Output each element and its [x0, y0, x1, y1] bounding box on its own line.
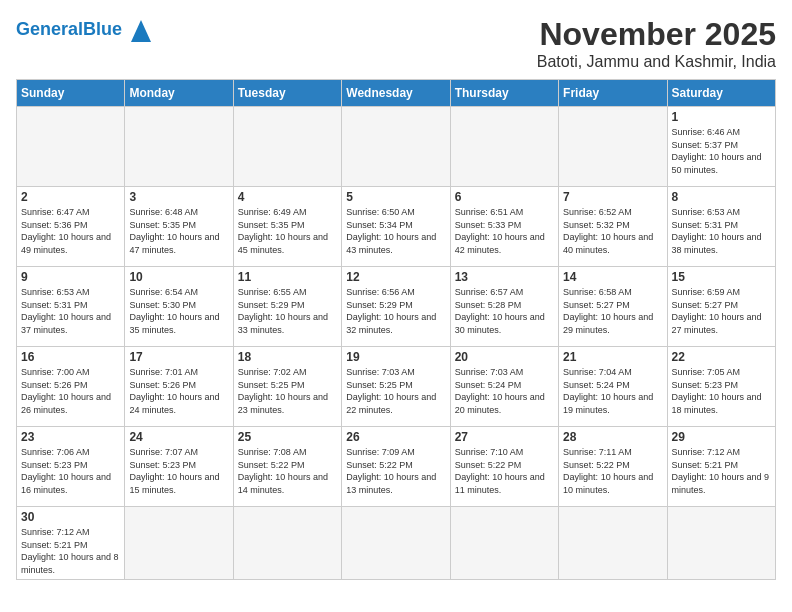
day-info: Sunrise: 7:06 AM Sunset: 5:23 PM Dayligh… [21, 446, 120, 496]
day-number: 9 [21, 270, 120, 284]
calendar-day-cell: 18Sunrise: 7:02 AM Sunset: 5:25 PM Dayli… [233, 347, 341, 427]
day-number: 19 [346, 350, 445, 364]
day-info: Sunrise: 6:46 AM Sunset: 5:37 PM Dayligh… [672, 126, 771, 176]
day-info: Sunrise: 7:01 AM Sunset: 5:26 PM Dayligh… [129, 366, 228, 416]
logo-text: GeneralBlue [16, 20, 122, 38]
day-info: Sunrise: 6:53 AM Sunset: 5:31 PM Dayligh… [672, 206, 771, 256]
calendar-table: SundayMondayTuesdayWednesdayThursdayFrid… [16, 79, 776, 580]
day-number: 16 [21, 350, 120, 364]
calendar-week-row: 30Sunrise: 7:12 AM Sunset: 5:21 PM Dayli… [17, 507, 776, 580]
day-info: Sunrise: 7:03 AM Sunset: 5:24 PM Dayligh… [455, 366, 554, 416]
day-number: 30 [21, 510, 120, 524]
day-info: Sunrise: 7:00 AM Sunset: 5:26 PM Dayligh… [21, 366, 120, 416]
calendar-day-cell: 22Sunrise: 7:05 AM Sunset: 5:23 PM Dayli… [667, 347, 775, 427]
calendar-week-row: 2Sunrise: 6:47 AM Sunset: 5:36 PM Daylig… [17, 187, 776, 267]
day-number: 4 [238, 190, 337, 204]
calendar-day-cell: 5Sunrise: 6:50 AM Sunset: 5:34 PM Daylig… [342, 187, 450, 267]
day-number: 27 [455, 430, 554, 444]
day-info: Sunrise: 7:11 AM Sunset: 5:22 PM Dayligh… [563, 446, 662, 496]
day-number: 7 [563, 190, 662, 204]
weekday-header-wednesday: Wednesday [342, 80, 450, 107]
logo: GeneralBlue [16, 16, 156, 42]
day-number: 6 [455, 190, 554, 204]
calendar-day-cell: 14Sunrise: 6:58 AM Sunset: 5:27 PM Dayli… [559, 267, 667, 347]
day-number: 26 [346, 430, 445, 444]
calendar-day-cell [450, 507, 558, 580]
day-info: Sunrise: 6:57 AM Sunset: 5:28 PM Dayligh… [455, 286, 554, 336]
logo-blue: Blue [83, 19, 122, 39]
day-info: Sunrise: 7:03 AM Sunset: 5:25 PM Dayligh… [346, 366, 445, 416]
day-info: Sunrise: 7:09 AM Sunset: 5:22 PM Dayligh… [346, 446, 445, 496]
day-number: 15 [672, 270, 771, 284]
calendar-day-cell [667, 507, 775, 580]
day-number: 20 [455, 350, 554, 364]
calendar-day-cell: 30Sunrise: 7:12 AM Sunset: 5:21 PM Dayli… [17, 507, 125, 580]
calendar-day-cell [125, 107, 233, 187]
day-info: Sunrise: 6:59 AM Sunset: 5:27 PM Dayligh… [672, 286, 771, 336]
calendar-day-cell: 26Sunrise: 7:09 AM Sunset: 5:22 PM Dayli… [342, 427, 450, 507]
logo-icon [126, 16, 156, 42]
title-section: November 2025 Batoti, Jammu and Kashmir,… [537, 16, 776, 71]
calendar-day-cell: 29Sunrise: 7:12 AM Sunset: 5:21 PM Dayli… [667, 427, 775, 507]
day-number: 5 [346, 190, 445, 204]
day-info: Sunrise: 7:10 AM Sunset: 5:22 PM Dayligh… [455, 446, 554, 496]
weekday-header-row: SundayMondayTuesdayWednesdayThursdayFrid… [17, 80, 776, 107]
calendar-day-cell: 23Sunrise: 7:06 AM Sunset: 5:23 PM Dayli… [17, 427, 125, 507]
day-info: Sunrise: 6:56 AM Sunset: 5:29 PM Dayligh… [346, 286, 445, 336]
calendar-day-cell: 24Sunrise: 7:07 AM Sunset: 5:23 PM Dayli… [125, 427, 233, 507]
day-info: Sunrise: 7:04 AM Sunset: 5:24 PM Dayligh… [563, 366, 662, 416]
day-number: 13 [455, 270, 554, 284]
day-number: 8 [672, 190, 771, 204]
day-number: 14 [563, 270, 662, 284]
logo-general: General [16, 19, 83, 39]
calendar-day-cell [17, 107, 125, 187]
calendar-day-cell [342, 507, 450, 580]
calendar-day-cell: 13Sunrise: 6:57 AM Sunset: 5:28 PM Dayli… [450, 267, 558, 347]
calendar-day-cell [559, 107, 667, 187]
day-info: Sunrise: 7:08 AM Sunset: 5:22 PM Dayligh… [238, 446, 337, 496]
day-info: Sunrise: 6:49 AM Sunset: 5:35 PM Dayligh… [238, 206, 337, 256]
day-number: 24 [129, 430, 228, 444]
day-number: 1 [672, 110, 771, 124]
day-number: 17 [129, 350, 228, 364]
calendar-day-cell: 3Sunrise: 6:48 AM Sunset: 5:35 PM Daylig… [125, 187, 233, 267]
day-number: 28 [563, 430, 662, 444]
weekday-header-sunday: Sunday [17, 80, 125, 107]
calendar-day-cell [450, 107, 558, 187]
day-info: Sunrise: 6:52 AM Sunset: 5:32 PM Dayligh… [563, 206, 662, 256]
day-info: Sunrise: 7:02 AM Sunset: 5:25 PM Dayligh… [238, 366, 337, 416]
day-info: Sunrise: 7:12 AM Sunset: 5:21 PM Dayligh… [21, 526, 120, 576]
calendar-day-cell [342, 107, 450, 187]
calendar-day-cell: 11Sunrise: 6:55 AM Sunset: 5:29 PM Dayli… [233, 267, 341, 347]
day-number: 25 [238, 430, 337, 444]
day-info: Sunrise: 6:55 AM Sunset: 5:29 PM Dayligh… [238, 286, 337, 336]
day-info: Sunrise: 6:53 AM Sunset: 5:31 PM Dayligh… [21, 286, 120, 336]
day-info: Sunrise: 6:50 AM Sunset: 5:34 PM Dayligh… [346, 206, 445, 256]
day-info: Sunrise: 7:05 AM Sunset: 5:23 PM Dayligh… [672, 366, 771, 416]
calendar-day-cell: 10Sunrise: 6:54 AM Sunset: 5:30 PM Dayli… [125, 267, 233, 347]
calendar-day-cell [233, 507, 341, 580]
day-number: 21 [563, 350, 662, 364]
day-number: 23 [21, 430, 120, 444]
calendar-day-cell: 27Sunrise: 7:10 AM Sunset: 5:22 PM Dayli… [450, 427, 558, 507]
calendar-week-row: 9Sunrise: 6:53 AM Sunset: 5:31 PM Daylig… [17, 267, 776, 347]
svg-marker-0 [131, 20, 151, 42]
day-number: 3 [129, 190, 228, 204]
weekday-header-tuesday: Tuesday [233, 80, 341, 107]
calendar-day-cell: 12Sunrise: 6:56 AM Sunset: 5:29 PM Dayli… [342, 267, 450, 347]
location-title: Batoti, Jammu and Kashmir, India [537, 53, 776, 71]
calendar-day-cell: 4Sunrise: 6:49 AM Sunset: 5:35 PM Daylig… [233, 187, 341, 267]
month-title: November 2025 [537, 16, 776, 53]
calendar-day-cell: 1Sunrise: 6:46 AM Sunset: 5:37 PM Daylig… [667, 107, 775, 187]
calendar-day-cell [233, 107, 341, 187]
weekday-header-friday: Friday [559, 80, 667, 107]
day-number: 22 [672, 350, 771, 364]
calendar-day-cell [125, 507, 233, 580]
calendar-day-cell: 20Sunrise: 7:03 AM Sunset: 5:24 PM Dayli… [450, 347, 558, 427]
calendar-week-row: 23Sunrise: 7:06 AM Sunset: 5:23 PM Dayli… [17, 427, 776, 507]
weekday-header-monday: Monday [125, 80, 233, 107]
calendar-week-row: 16Sunrise: 7:00 AM Sunset: 5:26 PM Dayli… [17, 347, 776, 427]
day-info: Sunrise: 6:48 AM Sunset: 5:35 PM Dayligh… [129, 206, 228, 256]
day-number: 10 [129, 270, 228, 284]
calendar-day-cell: 6Sunrise: 6:51 AM Sunset: 5:33 PM Daylig… [450, 187, 558, 267]
